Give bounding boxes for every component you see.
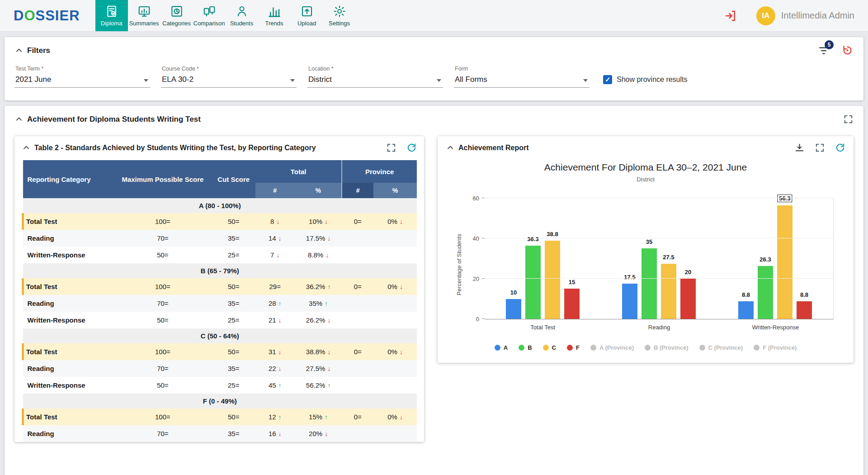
avatar[interactable]: IA (756, 6, 775, 25)
down-arrow-icon: ↓ (400, 348, 403, 356)
cut-score-cell: 25= (212, 247, 255, 263)
legend-item-c[interactable]: C (543, 344, 556, 351)
tab-categories[interactable]: Categories (160, 0, 193, 31)
row-category: Total Test (23, 343, 113, 360)
y-tick-label: 20 (473, 276, 479, 282)
dropdown-caret-icon (290, 79, 295, 82)
total-pct-cell: 8.8%↓ (295, 247, 342, 263)
province-pct-cell (373, 360, 417, 377)
legend-dot-icon (495, 345, 500, 351)
y-axis-label: Percentage of Students (456, 234, 462, 295)
filter-select-location[interactable]: Location *District (307, 66, 443, 88)
field-label: Course Code * (162, 66, 296, 72)
down-arrow-icon: ↓ (327, 235, 330, 242)
col-header-total-pct[interactable]: % (295, 183, 342, 198)
province-pct-cell (373, 295, 417, 312)
legend-dot-icon (543, 345, 549, 351)
cut-score-cell: 50= (212, 213, 255, 230)
cut-score-cell: 35= (212, 230, 255, 247)
cut-score-cell: 50= (212, 343, 255, 360)
tab-label: Upload (297, 20, 316, 27)
tab-summaries[interactable]: Summaries (128, 0, 160, 31)
trends-icon (268, 5, 281, 18)
collapse-chevron-icon[interactable] (22, 143, 31, 152)
bar-f-reading: 20 (680, 279, 696, 319)
legend-item-c-province[interactable]: C (Province) (699, 344, 743, 351)
cut-score-cell: 50= (212, 278, 255, 295)
province-num-cell (342, 230, 373, 247)
col-header-max-score[interactable]: Maximum Possible Score (113, 160, 212, 198)
table-row: Total Test100=50=29=36.2%↑0=0%↓ (23, 278, 417, 295)
legend-item-a-province[interactable]: A (Province) (590, 344, 634, 351)
download-icon[interactable] (794, 142, 805, 153)
tab-diploma[interactable]: Diploma (95, 0, 128, 31)
table-row: Reading70=35=16↓20%↓ (23, 425, 417, 442)
reset-filters-icon[interactable] (841, 44, 854, 57)
legend-item-f-province[interactable]: F (Province) (754, 344, 797, 351)
panel-title: Achievement for Diploma Students Writing… (27, 115, 201, 124)
settings-icon (333, 5, 346, 18)
total-num-cell: 14↓ (255, 230, 295, 247)
y-tick-label: 0 (476, 316, 479, 323)
bar-value-label: 17.5 (624, 274, 635, 280)
collapse-chevron-icon[interactable] (14, 115, 24, 124)
legend-label: C (552, 344, 556, 351)
col-header-total[interactable]: Total (255, 160, 342, 183)
filter-select-test-term[interactable]: Test Term *2021 June (14, 66, 150, 88)
province-num-cell (342, 295, 373, 312)
max-score-cell: 50= (113, 377, 212, 394)
col-header-cut-score[interactable]: Cut Score (212, 160, 255, 198)
legend-item-b[interactable]: B (519, 344, 532, 351)
achievement-report-card: Achievement Report Achievement For Diplo… (438, 136, 854, 363)
filter-select-form[interactable]: FormAll Forms (454, 66, 590, 88)
bar-value-label: 27.5 (663, 254, 674, 261)
up-arrow-icon: ↑ (278, 300, 282, 307)
show-province-checkbox[interactable] (603, 75, 612, 84)
down-arrow-icon: ↓ (327, 348, 330, 356)
filter-select-course-code[interactable]: Course Code *ELA 30-2 (161, 66, 297, 88)
fullscreen-icon[interactable] (815, 142, 825, 153)
tab-settings[interactable]: Settings (323, 0, 356, 31)
bar-group-written-response: 8.826.356.38.8 (717, 198, 833, 319)
tab-trends[interactable]: Trends (258, 0, 291, 31)
topbar-right: IA Intellimedia Admin (724, 0, 868, 31)
up-arrow-icon: ↑ (327, 382, 330, 389)
section-band-row: B (65 - 79%) (23, 263, 417, 278)
tab-comparison[interactable]: Comparison (193, 0, 226, 31)
down-arrow-icon: ↓ (325, 218, 328, 225)
legend-item-f[interactable]: F (567, 344, 580, 351)
upload-icon (300, 5, 314, 18)
col-header-province-pct[interactable]: % (373, 183, 417, 198)
down-arrow-icon: ↓ (400, 413, 403, 421)
down-arrow-icon: ↓ (278, 348, 282, 356)
legend-item-b-province[interactable]: B (Province) (645, 344, 689, 351)
fullscreen-icon[interactable] (843, 114, 854, 124)
bar-group-total-test: 1036.338.815 (485, 198, 601, 319)
field-value: All Forms (455, 75, 487, 84)
table-row: Total Test100=50=12↑15%↑0=0%↓ (23, 408, 417, 425)
refresh-icon[interactable] (835, 142, 845, 153)
down-arrow-icon: ↓ (278, 317, 282, 324)
row-category: Written-Response (23, 312, 113, 328)
down-arrow-icon: ↓ (278, 365, 282, 372)
tab-label: Categories (162, 20, 191, 27)
filter-funnel-icon[interactable]: 5 (818, 45, 830, 57)
collapse-chevron-icon[interactable] (446, 143, 455, 152)
refresh-icon[interactable] (406, 142, 417, 153)
col-header-province-num[interactable]: # (342, 183, 373, 198)
col-header-total-num[interactable]: # (255, 183, 295, 198)
province-pct-cell: 0%↓ (373, 408, 417, 425)
bar-a-written-response: 8.8 (738, 301, 754, 319)
table-title: Table 2 - Standards Achieved by Students… (34, 144, 316, 152)
total-num-cell: 31↓ (255, 343, 295, 360)
logout-icon[interactable] (724, 9, 737, 23)
collapse-chevron-icon[interactable] (14, 46, 24, 55)
fullscreen-icon[interactable] (386, 142, 396, 153)
tab-students[interactable]: Students (226, 0, 258, 31)
topbar: DOSSIER DiplomaSummariesCategoriesCompar… (0, 0, 868, 32)
legend-item-a[interactable]: A (495, 344, 508, 351)
col-header-province[interactable]: Province (342, 160, 417, 183)
tab-upload[interactable]: Upload (291, 0, 323, 31)
categories-icon (170, 5, 184, 18)
col-header-reporting-category[interactable]: Reporting Category (23, 160, 113, 198)
